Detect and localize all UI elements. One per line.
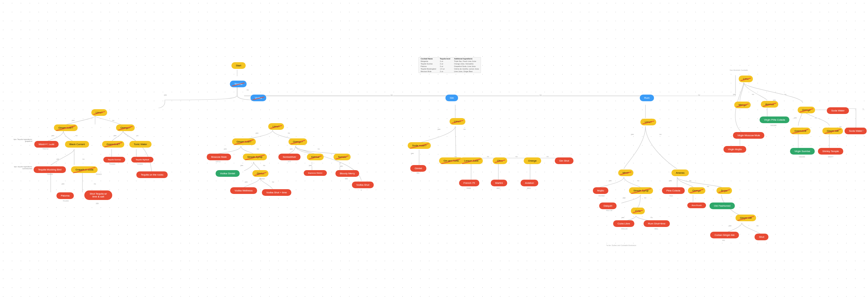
edge-yes: yes <box>621 216 625 218</box>
gin-branch[interactable]: Gin <box>445 94 458 101</box>
result-vodka-wellness[interactable]: Vodka Wellness <box>230 187 257 194</box>
result-bloody[interactable]: Bloody Merry <box>335 170 359 177</box>
grenadine-q[interactable]: Grenadine? <box>102 141 124 147</box>
edge-yes: yes <box>240 164 244 166</box>
result-vodka-shot-lime[interactable]: Vodka Shot + lime <box>262 189 291 196</box>
gin-lime-q[interactable]: Lime? <box>450 118 465 125</box>
edge-no: no <box>698 94 701 96</box>
result-virgin-mojito[interactable]: Virgin Mojito <box>723 146 746 153</box>
simple-syrup-rum[interactable]: Simple Syrup <box>629 187 653 194</box>
diagram-canvas[interactable]: Cocktail Name Tequila level Additional I… <box>0 0 868 299</box>
edge-no: no <box>262 164 266 166</box>
tomato-q[interactable]: Tomato <box>334 154 351 160</box>
tequila-branch[interactable]: Tequila <box>230 81 247 87</box>
nonalc-ananas-q[interactable]: Ananas <box>761 101 778 108</box>
result-rum-shot-lime[interactable]: Rum Shot+lime <box>644 220 670 227</box>
na-gingerale-q[interactable]: Ginger Ale <box>823 128 843 134</box>
id-sc: V77 <box>288 161 291 163</box>
rum-mint-q[interactable]: Mint? <box>618 169 633 176</box>
question-icon: ? <box>862 130 864 132</box>
edge-yes: yes <box>71 119 75 121</box>
edge-no: no <box>390 94 394 96</box>
result-tequila-highball[interactable]: Tequila Highball <box>131 157 153 163</box>
edge-no: no <box>637 180 640 182</box>
result-virgin-sunrise[interactable]: Virgin Sunrise <box>790 148 815 155</box>
result-rum-shot[interactable]: Shot <box>754 234 769 240</box>
result-french75[interactable]: French 75 <box>459 180 479 186</box>
tonic-water-q[interactable]: Tonic Water <box>129 141 152 147</box>
edge-yes: yes <box>308 164 312 166</box>
result-daiquiri[interactable]: Daiquiri <box>599 202 617 209</box>
result-screwdriver[interactable]: Screwdriver <box>278 154 301 160</box>
na-grenadine-q[interactable]: Grenadine <box>790 128 811 134</box>
result-pina-colada[interactable]: Pina Colada <box>662 187 685 194</box>
vodka-ginger-q[interactable]: Ginger beer? <box>232 138 256 145</box>
edge-no: no <box>287 132 291 134</box>
vodka-branch[interactable]: Vodka <box>250 94 266 101</box>
edge-yes: yes <box>113 135 117 136</box>
gin-soda-q[interactable]: Soda water? <box>408 142 431 149</box>
result-vodka-gimlet[interactable]: Vodka Gimlet <box>216 170 240 177</box>
result-old-fashioned[interactable]: Old Fashioned <box>710 202 735 209</box>
na-soda-1[interactable]: Soda Water <box>827 107 849 114</box>
nonalc-lime[interactable]: Lime <box>739 76 753 82</box>
result-virgin-pc[interactable]: Virgin Piña Colada <box>760 116 789 123</box>
result-gimlet[interactable]: Gimlet <box>410 165 426 172</box>
result-aviation[interactable]: Aviation <box>521 180 538 186</box>
rum-cola-q[interactable]: Cola <box>631 208 645 214</box>
edge-no: no <box>75 135 78 136</box>
black-currant[interactable]: Black Currant <box>65 141 89 147</box>
edge-no: no <box>751 93 755 95</box>
edge-no: no <box>814 117 817 119</box>
result-mojito[interactable]: Mojito <box>593 187 608 194</box>
nonalc-title: Non Alcoholic Cocktails <box>730 69 748 71</box>
result-moscow-mule[interactable]: Moscow Mule <box>207 154 231 160</box>
kahlua-q[interactable]: Kahlua <box>307 154 324 160</box>
result-paloma[interactable]: Paloma <box>56 192 74 199</box>
tequila-orange-q[interactable]: Orange? <box>116 125 135 131</box>
id-gim: -30420 <box>259 178 265 180</box>
result-esp-martini[interactable]: Espresso Martini <box>304 170 327 176</box>
edge-no: no <box>454 156 458 158</box>
edge-yes: yes <box>728 225 732 227</box>
result-tequila-rocks[interactable]: Tequila on the rocks <box>136 171 168 178</box>
nonalc-mango-q[interactable]: Mango <box>734 102 751 108</box>
simple-syrup-q[interactable]: Simple Syrup <box>243 154 267 160</box>
rum-branch[interactable]: Rum <box>640 94 654 101</box>
edge-no: no <box>539 94 542 96</box>
result-martini[interactable]: Martini <box>491 180 507 186</box>
result-cuba-libre[interactable]: Cuba Libre <box>613 220 634 227</box>
edge-no: no <box>486 156 490 158</box>
vodka-orange-q[interactable]: Orange? <box>288 138 307 145</box>
result-shot-tequila[interactable]: Shot Tequila w/ lime & salt <box>84 190 112 200</box>
edge-yes: yes <box>732 93 737 95</box>
rum-lime-q[interactable]: Lime? <box>640 119 656 126</box>
result-mexican-mule[interactable]: Mexican Mule <box>34 141 59 147</box>
rum-orange-q[interactable]: Orange <box>688 187 705 194</box>
rum-sugar-q[interactable]: Sugar <box>716 187 732 194</box>
lemon-juice-q[interactable]: Lemon Juice <box>460 158 483 164</box>
olive-q[interactable]: Olive <box>493 158 507 164</box>
vodka-gimlet-q[interactable]: Gimlet <box>252 170 269 177</box>
result-virgin-mm[interactable]: Virgin Moscow Mule <box>733 132 764 139</box>
result-vodka-shot[interactable]: Vodka Shot <box>352 182 374 188</box>
edge-yes: yes <box>61 183 65 185</box>
id-gf: T00423 <box>96 173 102 175</box>
result-rum-punch[interactable]: Rum Punch <box>687 202 706 208</box>
result-tmb[interactable]: Tequila Mocking Bird <box>34 166 66 173</box>
result-cuban-ga[interactable]: Cuban Ginger Ale <box>710 232 739 238</box>
grapefruit-soda-q[interactable]: Grapefruit Soda <box>71 166 98 173</box>
gin-orange-q[interactable]: Orange <box>524 158 541 164</box>
rum-ananas-q[interactable]: Ananas <box>672 169 689 176</box>
id-vmm: V0711 <box>216 161 221 163</box>
start-node[interactable]: Start <box>231 62 246 69</box>
rum-ginger-ale-q[interactable]: Ginger Ale <box>736 215 756 221</box>
result-tequila-sunrise[interactable]: Tequila Sunrise <box>103 157 125 163</box>
result-shirley[interactable]: Shirley Temple <box>818 148 843 155</box>
tequila-ginger-q[interactable]: Ginger beer? <box>54 125 78 131</box>
result-gin-shot[interactable]: Gin Shot <box>555 158 574 164</box>
tequila-lime-q[interactable]: Lime? <box>91 109 107 116</box>
vodka-lime-q[interactable]: Lime? <box>268 123 284 130</box>
nonalc-orange-q[interactable]: Orange <box>798 107 815 113</box>
id-vs: N02265 <box>799 156 805 158</box>
